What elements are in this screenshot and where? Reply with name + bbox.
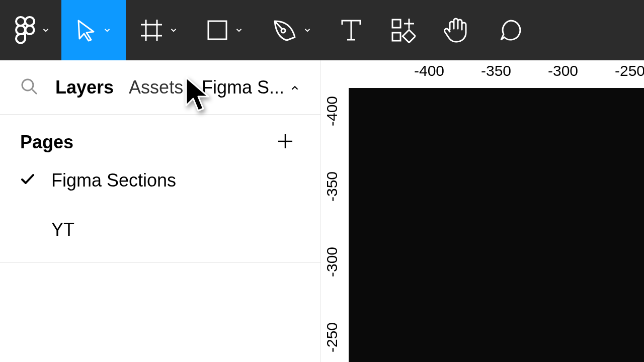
horizontal-ruler: -400 -350 -300 -250 [349,60,644,88]
figma-menu-button[interactable] [0,0,61,60]
search-icon[interactable] [20,77,38,98]
shape-tool-button[interactable] [192,0,258,60]
tab-layers[interactable]: Layers [55,77,114,98]
page-selector-label: Figma S... [202,77,284,98]
svg-rect-1 [25,17,34,26]
left-panel: Layers Assets Figma S... Pages Figma [0,60,321,362]
ruler-tick: -400 [414,62,444,79]
page-row[interactable]: YT [0,212,320,247]
resources-icon [390,18,416,43]
vertical-ruler: -400 -350 -300 -250 -200 [321,88,349,362]
page-row[interactable]: Figma Sections [0,163,320,198]
ruler-tick: -250 [615,62,644,79]
ruler-tick: -350 [324,171,341,202]
frame-tool-button[interactable] [126,0,192,60]
panel-tabs-row: Layers Assets Figma S... [0,60,320,115]
add-page-button[interactable] [276,132,294,152]
chevron-down-icon [303,26,312,35]
ruler-tick: -300 [548,62,578,79]
ruler-tick: -350 [481,62,511,79]
canvas-frame[interactable] [349,88,644,362]
svg-rect-15 [403,30,415,42]
hand-tool-button[interactable] [430,0,484,60]
svg-point-18 [22,79,33,90]
tab-assets[interactable]: Assets [129,77,183,98]
ruler-tick: -300 [324,247,341,277]
canvas-area[interactable]: -400 -350 -300 -250 -400 -350 -300 -250 … [321,60,644,362]
resources-button[interactable] [376,0,430,60]
comment-tool-button[interactable] [484,0,537,60]
cursor-icon [75,19,97,42]
page-name: Figma Sections [51,170,176,191]
svg-line-19 [32,89,37,94]
pages-header: Pages [0,115,320,163]
svg-point-3 [26,26,34,34]
svg-rect-0 [16,17,25,26]
move-tool-button[interactable] [61,0,126,60]
comment-icon [498,18,523,43]
chevron-down-icon [41,26,50,35]
hand-icon [444,17,470,44]
ruler-tick: -250 [324,322,341,352]
check-icon [20,170,35,191]
text-tool-button[interactable] [326,0,376,60]
chevron-up-icon [289,77,300,98]
svg-rect-8 [208,21,226,39]
frame-icon [140,19,163,42]
chevron-down-icon [169,26,178,35]
figma-logo-icon [15,16,35,44]
svg-rect-2 [16,26,25,34]
page-name: YT [51,219,74,240]
svg-rect-14 [392,33,400,41]
pen-tool-button[interactable] [258,0,326,60]
rectangle-icon [206,19,228,41]
pen-icon [272,18,297,42]
pages-header-title: Pages [20,132,73,153]
ruler-tick: -400 [324,96,341,126]
toolbar [0,0,644,60]
svg-rect-13 [392,20,400,28]
chevron-down-icon [103,26,112,35]
chevron-down-icon [234,26,244,35]
page-selector[interactable]: Figma S... [202,77,300,98]
text-icon [340,19,362,42]
